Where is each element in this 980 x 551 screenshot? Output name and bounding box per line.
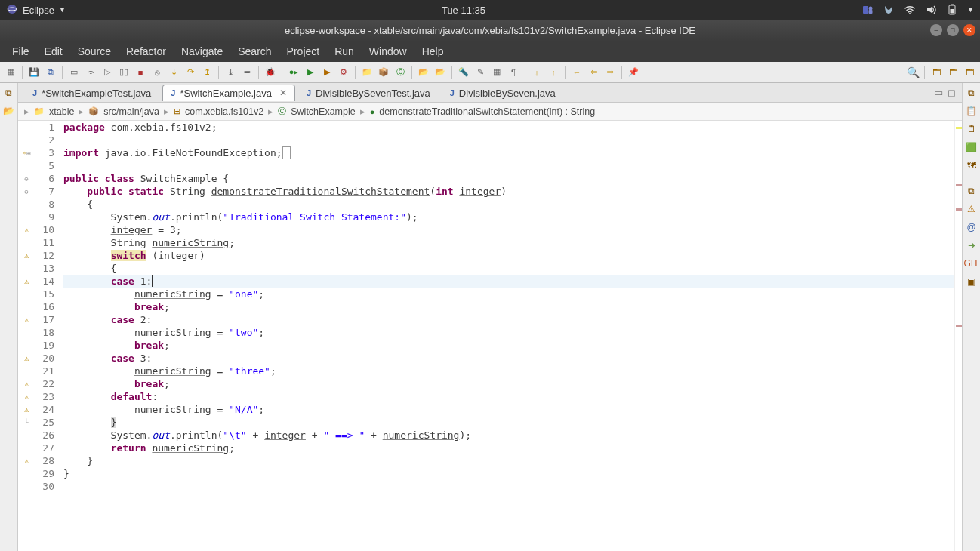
problems-icon[interactable]: ⚠	[965, 202, 978, 216]
back-button[interactable]: ⇦	[586, 65, 601, 80]
prev-annotation-button[interactable]: ↑	[546, 65, 561, 80]
next-annotation-button[interactable]: ↓	[529, 65, 544, 80]
show-whitespace-button[interactable]: ¶	[506, 65, 521, 80]
save-button[interactable]: 💾	[26, 65, 42, 80]
breadcrumb-source-folder[interactable]: src/main/java	[103, 106, 159, 117]
tab-divisiblebyseventest[interactable]: J DivisibleBySevenTest.java	[298, 85, 439, 101]
menu-window[interactable]: Window	[362, 42, 414, 60]
coverage-button[interactable]: ▶	[303, 65, 318, 80]
battery-icon[interactable]	[946, 4, 958, 16]
forward-button[interactable]: ⇨	[602, 65, 618, 80]
last-edit-location-button[interactable]: ←	[569, 65, 584, 80]
use-step-filters-button[interactable]: ⥰	[239, 65, 254, 80]
open-type-button[interactable]: 📂	[416, 65, 431, 80]
breadcrumb[interactable]: ▸ 📁 xtable ▸ 📦 src/main/java ▸ ⊞ com.xeb…	[18, 103, 962, 121]
minimize-view-icon[interactable]: ▭	[934, 87, 943, 98]
minimap-icon[interactable]: 🗺	[965, 159, 978, 172]
outline-icon[interactable]: 🗒	[965, 122, 978, 136]
package-explorer-icon[interactable]: 📂	[2, 104, 16, 118]
git-icon[interactable]: GIT	[965, 257, 978, 270]
breadcrumb-tree-toggle-icon[interactable]: ▸	[24, 106, 29, 117]
menu-source[interactable]: Source	[70, 42, 119, 60]
chevron-right-icon: ▸	[360, 106, 365, 117]
external-tools-button[interactable]: ⚙	[336, 65, 351, 80]
system-app-name[interactable]: Eclipse	[23, 5, 54, 16]
window-maximize-button[interactable]: □	[947, 24, 959, 36]
tab-label: *SwitchExampleTest.java	[42, 88, 151, 99]
javadoc-icon[interactable]: @	[965, 220, 978, 234]
code-content[interactable]: package com.xebia.fs101v2;import java.io…	[60, 121, 954, 551]
disconnect-button[interactable]: ⎋	[149, 65, 165, 80]
source-folder-icon: 📦	[88, 106, 99, 116]
save-all-button[interactable]: ⧉	[43, 65, 58, 80]
window-minimize-button[interactable]: –	[930, 24, 942, 36]
tab-switchexample[interactable]: J *SwitchExample.java ✕	[162, 85, 295, 101]
menu-project[interactable]: Project	[279, 42, 328, 60]
maximize-view-icon[interactable]: ◻	[948, 87, 956, 98]
toggle-breadcrumb-button[interactable]: ▭	[66, 65, 82, 80]
menu-file[interactable]: File	[5, 42, 37, 60]
breadcrumb-method[interactable]: demonstrateTraditionalSwitchStatement(in…	[379, 106, 595, 117]
task-list-icon[interactable]: 📋	[965, 104, 978, 118]
new-java-project-button[interactable]: 📁	[359, 65, 374, 80]
window-close-button[interactable]: ✕	[963, 24, 975, 36]
breadcrumb-package[interactable]: com.xebia.fs101v2	[185, 106, 263, 117]
restore-view-icon-2[interactable]: ⧉	[965, 184, 978, 198]
drop-to-frame-button[interactable]: ⤓	[223, 65, 238, 80]
new-button[interactable]: ▦	[3, 65, 18, 80]
system-top-bar: Eclipse ▼ Tue 11:35 ▼	[0, 0, 980, 20]
skip-breakpoints-button[interactable]: ⤼	[83, 65, 98, 80]
separator	[22, 66, 23, 79]
svg-rect-4	[869, 10, 873, 14]
overview-ruler[interactable]	[954, 121, 962, 551]
teams-tray-icon[interactable]	[861, 4, 874, 16]
step-into-button[interactable]: ↧	[166, 65, 181, 80]
separator	[621, 66, 622, 79]
system-clock[interactable]: Tue 11:35	[66, 5, 861, 16]
run-button[interactable]: ●▸	[286, 65, 301, 80]
debug-perspective-button[interactable]: 🗔	[962, 65, 977, 80]
java-perspective-button[interactable]: 🗔	[945, 65, 960, 80]
pin-editor-button[interactable]: 📌	[626, 65, 641, 80]
new-package-button[interactable]: 📦	[376, 65, 391, 80]
coverage-view-icon[interactable]: 🟩	[965, 140, 978, 154]
close-tab-icon[interactable]: ✕	[276, 88, 287, 98]
menu-run[interactable]: Run	[327, 42, 362, 60]
quick-access-search-icon[interactable]: 🔍	[905, 65, 920, 80]
separator	[924, 66, 925, 79]
code-editor[interactable]: ⚠⊞⊖⊖⚠⚠⚠⚠⚠⚠⚠⚠└⚠ 1235678910111213141516171…	[18, 121, 962, 551]
open-task-button[interactable]: 📂	[433, 65, 448, 80]
separator	[411, 66, 412, 79]
step-over-button[interactable]: ↷	[183, 65, 198, 80]
console-icon[interactable]: ▣	[965, 275, 978, 288]
volume-icon[interactable]	[925, 4, 937, 16]
tab-switchexampletest[interactable]: J *SwitchExampleTest.java	[24, 85, 159, 101]
restore-view-icon[interactable]: ⧉	[2, 86, 16, 100]
step-return-button[interactable]: ↥	[199, 65, 214, 80]
breadcrumb-project[interactable]: xtable	[49, 106, 74, 117]
suspend-button[interactable]: ▯▯	[116, 65, 131, 80]
tab-divisiblebyseven[interactable]: J DivisibleBySeven.java	[442, 85, 564, 101]
resume-button[interactable]: ▷	[100, 65, 115, 80]
run-last-button[interactable]: ▶	[319, 65, 334, 80]
system-menu-chevron-icon[interactable]: ▼	[967, 6, 974, 14]
mark-occurrences-button[interactable]: ✎	[473, 65, 488, 80]
toggle-block-selection-button[interactable]: ▦	[489, 65, 504, 80]
terminate-button[interactable]: ■	[133, 65, 148, 80]
menu-navigate[interactable]: Navigate	[174, 42, 230, 60]
search-button[interactable]: 🔦	[456, 65, 471, 80]
restore-view-icon[interactable]: ⧉	[965, 86, 978, 100]
menu-refactor[interactable]: Refactor	[119, 42, 174, 60]
debug-button[interactable]: 🐞	[263, 65, 278, 80]
postgres-tray-icon[interactable]	[883, 4, 895, 16]
open-perspective-button[interactable]: 🗔	[929, 65, 944, 80]
separator	[282, 66, 282, 79]
menu-edit[interactable]: Edit	[37, 42, 70, 60]
menu-help[interactable]: Help	[414, 42, 451, 60]
breadcrumb-class[interactable]: SwitchExample	[291, 106, 355, 117]
app-menu-chevron-icon[interactable]: ▼	[59, 6, 66, 14]
declaration-icon[interactable]: ➜	[965, 239, 978, 252]
new-class-button[interactable]: Ⓒ	[393, 65, 408, 80]
menu-search[interactable]: Search	[230, 42, 279, 60]
wifi-icon[interactable]	[904, 4, 916, 16]
